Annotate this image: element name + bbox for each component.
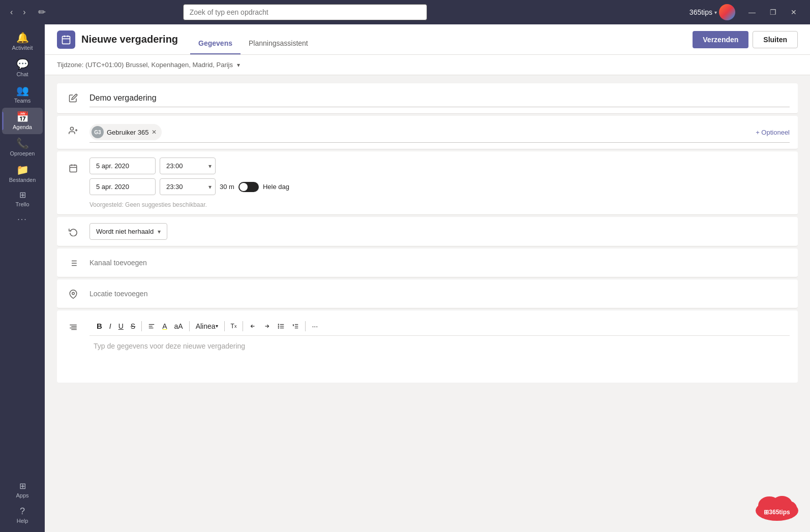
body-text-area[interactable]: Typ de gegevens voor deze nieuwe vergade… bbox=[89, 336, 790, 377]
title-field-wrapper bbox=[89, 89, 790, 107]
datetime-row: 23:00 23:30 23:30 bbox=[57, 151, 798, 215]
toolbar-separator-4 bbox=[243, 321, 243, 331]
location-input[interactable] bbox=[89, 286, 790, 302]
underline-button[interactable]: U bbox=[115, 320, 127, 332]
apps-icon: ⊞ bbox=[19, 482, 26, 490]
forward-button[interactable]: › bbox=[19, 6, 29, 19]
sidebar-item-teams[interactable]: 👥 Teams bbox=[2, 81, 43, 108]
maximize-button[interactable]: ❐ bbox=[763, 4, 784, 20]
remove-attendee-button[interactable]: ✕ bbox=[152, 129, 157, 136]
toggle-thumb bbox=[239, 183, 248, 191]
content-area: Nieuwe vergadering Gegevens Planningsass… bbox=[45, 24, 810, 532]
end-time-select[interactable]: 23:30 00:00 bbox=[160, 178, 216, 195]
compose-icon[interactable]: ✏ bbox=[38, 7, 46, 18]
header-actions: Verzenden Sluiten bbox=[693, 31, 798, 48]
sidebar-item-activiteit[interactable]: 🔔 Activiteit bbox=[2, 28, 43, 55]
calendar-icon: 📅 bbox=[16, 112, 29, 122]
whole-day-toggle[interactable] bbox=[238, 182, 259, 192]
attendee-chip: G3 Gebruiker 365 ✕ bbox=[89, 124, 162, 140]
clear-format-label: T bbox=[231, 323, 234, 330]
recurrence-select[interactable]: Wordt niet herhaald ▾ bbox=[89, 223, 167, 240]
clear-format-button[interactable]: Tx bbox=[228, 321, 240, 332]
trello-icon: ⊞ bbox=[19, 191, 26, 199]
channel-input[interactable] bbox=[89, 255, 790, 271]
whole-day-label: Hele dag bbox=[263, 183, 289, 191]
italic-button[interactable]: I bbox=[106, 320, 114, 332]
paragraph-button[interactable]: Alinea ▾ bbox=[193, 320, 221, 332]
chevron-down-icon: ▾ bbox=[237, 61, 240, 69]
body-placeholder: Typ de gegevens voor deze nieuwe vergade… bbox=[94, 342, 245, 350]
toolbar-separator-2 bbox=[189, 321, 190, 331]
indent-right-button[interactable] bbox=[260, 321, 274, 332]
svg-rect-0 bbox=[63, 36, 70, 44]
pencil-icon bbox=[65, 89, 81, 103]
svg-point-30 bbox=[279, 324, 279, 324]
body-icon bbox=[65, 317, 81, 332]
bullet-list-button[interactable] bbox=[275, 321, 288, 332]
timezone-label: Tijdzone: (UTC+01:00) Brussel, Kopenhage… bbox=[57, 61, 233, 69]
files-icon: 📁 bbox=[16, 165, 29, 175]
indent-left-button[interactable] bbox=[246, 321, 259, 332]
sidebar-item-apps[interactable]: ⊞ Apps bbox=[2, 478, 43, 503]
sidebar-label-agenda: Agenda bbox=[13, 124, 32, 130]
end-datetime-row: 23:30 00:00 30 m Hele dag bbox=[89, 178, 790, 195]
font-size-button[interactable]: aA bbox=[171, 320, 186, 332]
strikethrough-button[interactable]: S bbox=[128, 320, 138, 332]
recurrence-chevron-icon: ▾ bbox=[158, 228, 161, 235]
back-button[interactable]: ‹ bbox=[6, 6, 17, 19]
tab-planningsassistent[interactable]: Planningsassistent bbox=[241, 24, 316, 54]
more-options-button[interactable]: ··· bbox=[309, 320, 321, 332]
meeting-form: Tijdzone: (UTC+01:00) Brussel, Kopenhage… bbox=[45, 55, 810, 532]
duration-badge: 30 m bbox=[220, 183, 234, 191]
sidebar-item-trello[interactable]: ⊞ Trello bbox=[2, 187, 43, 211]
sluiten-button[interactable]: Sluiten bbox=[753, 31, 798, 48]
avatar bbox=[719, 4, 735, 20]
start-date-input[interactable] bbox=[89, 158, 156, 174]
start-time-select[interactable]: 23:00 23:30 bbox=[160, 158, 216, 174]
phone-icon: 📞 bbox=[16, 138, 29, 148]
search-bar bbox=[183, 4, 427, 20]
align-button[interactable] bbox=[145, 321, 158, 332]
close-button[interactable]: ✕ bbox=[784, 4, 804, 20]
teams-icon: 👥 bbox=[16, 85, 29, 96]
sidebar-item-more[interactable]: ··· bbox=[2, 211, 43, 228]
tab-gegevens[interactable]: Gegevens bbox=[190, 24, 241, 54]
title-row bbox=[57, 83, 798, 114]
sidebar-item-oproepen[interactable]: 📞 Oproepen bbox=[2, 134, 43, 161]
sidebar-label-chat: Chat bbox=[16, 71, 28, 77]
optional-button[interactable]: + Optioneel bbox=[756, 129, 790, 136]
watermark-cloud-svg: ⊞365tips bbox=[754, 488, 800, 521]
chevron-down-icon: ▾ bbox=[216, 323, 218, 329]
page-header: Nieuwe vergadering Gegevens Planningsass… bbox=[45, 24, 810, 55]
end-date-input[interactable] bbox=[89, 178, 156, 195]
attendees-list: G3 Gebruiker 365 ✕ + Optioneel bbox=[89, 122, 790, 143]
attendees-content: G3 Gebruiker 365 ✕ + Optioneel bbox=[89, 122, 790, 143]
numbered-list-button[interactable] bbox=[289, 321, 302, 332]
meeting-title-input[interactable] bbox=[89, 89, 790, 107]
timezone-bar[interactable]: Tijdzone: (UTC+01:00) Brussel, Kopenhage… bbox=[45, 55, 810, 75]
rich-text-toolbar: B I U S bbox=[89, 317, 790, 336]
sidebar-item-help[interactable]: ? Help bbox=[2, 503, 43, 528]
bold-button[interactable]: B bbox=[94, 320, 105, 332]
form-body: G3 Gebruiker 365 ✕ + Optioneel bbox=[45, 75, 810, 393]
search-input[interactable] bbox=[183, 4, 427, 20]
sidebar-label-activiteit: Activiteit bbox=[12, 45, 33, 51]
minimize-button[interactable]: — bbox=[741, 4, 763, 20]
sidebar-label-apps: Apps bbox=[16, 492, 28, 498]
font-color-button[interactable]: A bbox=[159, 320, 170, 332]
verzenden-button[interactable]: Verzenden bbox=[693, 31, 748, 48]
recurrence-row: Wordt niet herhaald ▾ bbox=[57, 217, 798, 246]
username-label: 365tips bbox=[689, 8, 712, 16]
sidebar-label-bestanden: Bestanden bbox=[9, 177, 36, 183]
sidebar-item-bestanden[interactable]: 📁 Bestanden bbox=[2, 161, 43, 187]
page-title: Nieuwe vergadering bbox=[81, 34, 178, 45]
toolbar-separator-5 bbox=[305, 321, 306, 331]
toolbar-separator-1 bbox=[141, 321, 142, 331]
svg-point-31 bbox=[279, 326, 279, 326]
sidebar-item-agenda[interactable]: 📅 Agenda bbox=[2, 108, 43, 134]
user-menu[interactable]: 365tips ▾ bbox=[689, 4, 735, 20]
location-icon bbox=[65, 286, 81, 299]
paragraph-label: Alinea bbox=[196, 322, 216, 330]
sidebar-item-chat[interactable]: 💬 Chat bbox=[2, 55, 43, 81]
attendees-row: G3 Gebruiker 365 ✕ + Optioneel bbox=[57, 116, 798, 149]
